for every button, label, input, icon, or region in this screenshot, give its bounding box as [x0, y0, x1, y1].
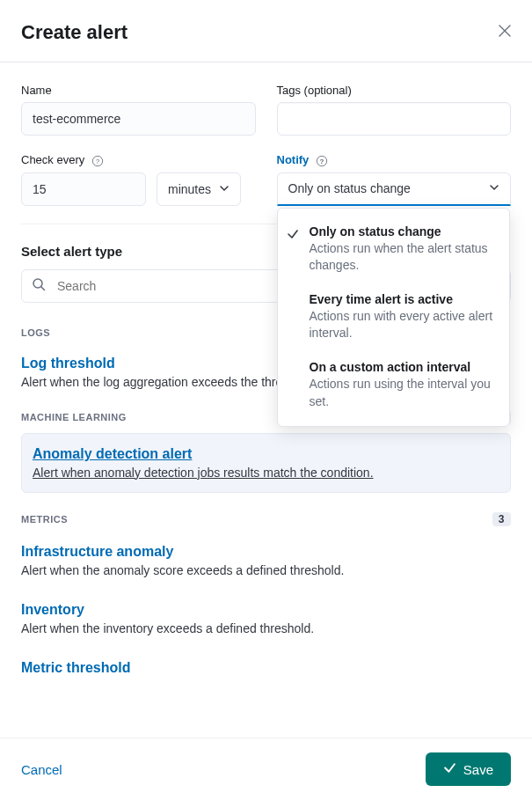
chevron-down-icon — [489, 181, 499, 195]
notify-select[interactable]: Only on status change — [277, 172, 512, 206]
notify-option-custom-interval[interactable]: On a custom action interval Actions run … — [278, 351, 509, 419]
svg-text:?: ? — [96, 157, 100, 165]
alert-type-infrastructure-anomaly[interactable]: Infrastructure anomaly Alert when the an… — [21, 535, 511, 593]
alert-type-inventory[interactable]: Inventory Alert when the inventory excee… — [21, 593, 511, 651]
name-input[interactable] — [21, 102, 256, 136]
group-header-metrics: METRICS 3 — [21, 507, 511, 535]
search-icon — [32, 277, 46, 295]
cancel-button[interactable]: Cancel — [21, 762, 62, 777]
check-interval-input[interactable] — [21, 172, 146, 206]
page-title: Create alert — [21, 21, 128, 44]
help-icon[interactable]: ? — [91, 155, 104, 167]
notify-label: Notify ? — [277, 153, 512, 167]
chevron-down-icon — [219, 182, 230, 196]
tags-input[interactable] — [277, 102, 512, 136]
name-label: Name — [21, 84, 256, 97]
notify-option-status-change[interactable]: Only on status change Actions run when t… — [278, 216, 509, 283]
check-every-label: Check every ? — [21, 153, 256, 167]
notify-option-every-active[interactable]: Every time alert is active Actions run w… — [278, 283, 509, 351]
save-button[interactable]: Save — [426, 752, 511, 786]
notify-dropdown: Only on status change Actions run when t… — [277, 208, 510, 428]
alert-type-metric-threshold[interactable]: Metric threshold — [21, 651, 511, 676]
svg-text:?: ? — [320, 157, 324, 165]
count-badge: 3 — [492, 512, 511, 526]
tags-label: Tags (optional) — [277, 84, 512, 97]
check-icon — [287, 228, 299, 244]
close-icon[interactable] — [499, 25, 511, 40]
alert-type-anomaly-detection[interactable]: Anomaly detection alert Alert when anoma… — [21, 433, 511, 493]
check-icon — [443, 761, 456, 777]
help-icon[interactable]: ? — [316, 155, 328, 167]
check-unit-select[interactable]: minutes — [157, 172, 241, 206]
